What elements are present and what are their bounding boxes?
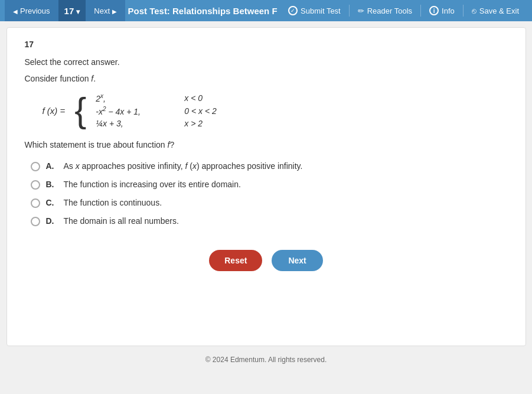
piece-row-2: -x2 − 4x + 1, 0 < x < 2 <box>96 106 216 116</box>
previous-button[interactable]: Previous <box>5 0 58 21</box>
answer-options: A. As x approaches positive infinity, f … <box>31 161 508 226</box>
arrow-left-icon <box>13 6 18 15</box>
save-icon: ⎋ <box>472 6 476 15</box>
question-num-text: 17 <box>25 40 34 49</box>
piece-row-3: ¼x + 3, x > 2 <box>96 119 216 128</box>
next-button-nav[interactable]: Next <box>86 0 125 21</box>
reader-tools-button[interactable]: ✏ Reader Tools <box>350 0 420 21</box>
piece-cond-1: x < 0 <box>184 93 203 103</box>
reader-tools-label: Reader Tools <box>367 6 412 15</box>
radio-d[interactable] <box>31 217 40 226</box>
f-label: f (x) = <box>43 106 66 116</box>
option-text-d: The domain is all real numbers. <box>64 216 179 226</box>
piece-row-1: 2x, x < 0 <box>96 93 216 103</box>
next-label-nav: Next <box>94 6 110 15</box>
submit-label: Submit Test <box>301 6 341 15</box>
option-text-a: As x approaches positive infinity, f (x)… <box>64 161 303 171</box>
piece-cond-2: 0 < x < 2 <box>184 106 216 116</box>
consider-text: Consider function f. <box>25 74 508 83</box>
option-label-c: C. <box>46 198 58 207</box>
radio-c[interactable] <box>31 198 40 208</box>
footer: © 2024 Edmentum. All rights reserved. <box>0 356 532 370</box>
piece-cond-3: x > 2 <box>184 119 203 128</box>
which-statement-text: Which statement is true about function f… <box>25 140 508 149</box>
action-row: Reset Next <box>25 250 508 271</box>
option-label-b: B. <box>46 180 58 189</box>
nav-right-actions: ✓ Submit Test ✏ Reader Tools i Info ⎋ Sa… <box>280 0 527 21</box>
info-button[interactable]: i Info <box>421 0 463 21</box>
chevron-down-icon <box>76 6 80 16</box>
piecewise-def: 2x, x < 0 -x2 − 4x + 1, 0 < x < 2 ¼x + 3… <box>96 93 216 128</box>
piece-expr-2: -x2 − 4x + 1, <box>96 106 172 116</box>
submit-icon: ✓ <box>288 6 298 15</box>
info-label: Info <box>442 6 455 15</box>
navbar: Previous 17 Next Post Test: Relationship… <box>0 0 532 21</box>
function-block: f (x) = { 2x, x < 0 -x2 − 4x + 1, 0 < x … <box>25 93 508 128</box>
function-name-ref: f <box>168 140 170 149</box>
question-number-display[interactable]: 17 <box>58 0 86 21</box>
page-title: Post Test: Relationships Between F <box>125 6 280 16</box>
radio-b[interactable] <box>31 180 40 190</box>
option-label-a: A. <box>46 161 58 171</box>
arrow-right-icon <box>112 6 117 15</box>
main-content: 17 Select the correct answer. Consider f… <box>6 27 526 346</box>
radio-a[interactable] <box>31 162 40 171</box>
next-button-main[interactable]: Next <box>272 250 322 271</box>
save-exit-label: Save & Exit <box>479 6 519 15</box>
piece-expr-1: 2x, <box>96 93 172 103</box>
option-text-b: The function is increasing over its enti… <box>64 180 241 189</box>
submit-test-button[interactable]: ✓ Submit Test <box>280 0 349 21</box>
option-row-a[interactable]: A. As x approaches positive infinity, f … <box>31 161 508 171</box>
option-text-c: The function is continuous. <box>64 198 162 207</box>
footer-text: © 2024 Edmentum. All rights reserved. <box>205 356 327 364</box>
reset-button[interactable]: Reset <box>209 250 262 271</box>
function-display: f (x) = { 2x, x < 0 -x2 − 4x + 1, 0 < x … <box>43 93 508 128</box>
option-row-b[interactable]: B. The function is increasing over its e… <box>31 180 508 190</box>
save-exit-button[interactable]: ⎋ Save & Exit <box>464 0 527 21</box>
option-row-c[interactable]: C. The function is continuous. <box>31 198 508 208</box>
piece-expr-3: ¼x + 3, <box>96 119 172 128</box>
info-icon: i <box>429 6 439 15</box>
instruction-text: Select the correct answer. <box>25 57 508 67</box>
brace-icon: { <box>74 93 86 128</box>
question-number: 17 <box>64 6 74 16</box>
option-label-d: D. <box>46 216 58 226</box>
option-row-d[interactable]: D. The domain is all real numbers. <box>31 216 508 226</box>
question-number-box: 17 <box>25 40 508 49</box>
function-name-label: f <box>91 74 93 83</box>
previous-label: Previous <box>20 6 50 15</box>
pencil-icon: ✏ <box>358 6 364 15</box>
